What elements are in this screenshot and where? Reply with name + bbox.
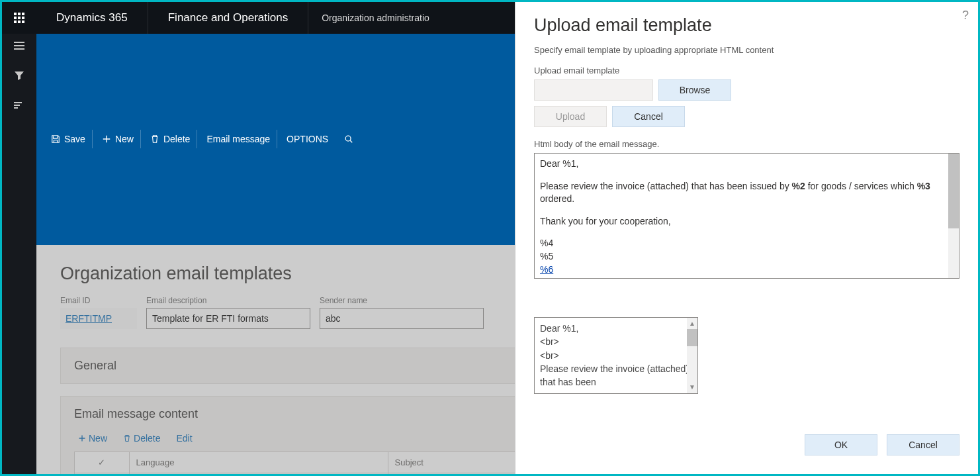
- app-launcher[interactable]: [2, 2, 36, 34]
- raw-line: Dear %1,: [540, 322, 692, 335]
- breadcrumb[interactable]: Organization administratio: [308, 2, 443, 34]
- delete-label: Delete: [163, 134, 190, 144]
- html-body-preview[interactable]: Dear %1, Please review the invoice (atta…: [534, 153, 959, 279]
- scrollbar-thumb[interactable]: [687, 329, 697, 346]
- browse-button[interactable]: Browse: [658, 79, 731, 101]
- svg-line-16: [350, 140, 352, 142]
- upload-label: Upload email template: [534, 66, 959, 75]
- delete-button[interactable]: Delete: [144, 130, 197, 148]
- raw-line: Please review the invoice (attached) tha…: [540, 362, 692, 389]
- svg-rect-12: [14, 102, 22, 103]
- scrollbar[interactable]: ▲ ▼: [687, 318, 697, 393]
- scroll-down-icon[interactable]: ▼: [689, 383, 695, 393]
- panel-title: Upload email template: [534, 15, 959, 36]
- body-line: %5: [540, 250, 954, 263]
- panel-subtitle: Specify email template by uploading appr…: [534, 45, 959, 55]
- svg-rect-1: [18, 13, 21, 15]
- body-line: Dear %1,: [540, 158, 954, 171]
- svg-rect-11: [14, 48, 24, 50]
- file-path-field[interactable]: [534, 79, 653, 101]
- raw-line: <br>: [540, 335, 692, 348]
- svg-rect-5: [22, 17, 24, 19]
- html-body-label: Html body of the email message.: [534, 139, 959, 149]
- ok-button[interactable]: OK: [805, 434, 877, 455]
- html-source-box[interactable]: Dear %1, <br> <br> Please review the inv…: [534, 317, 698, 394]
- search-button[interactable]: [337, 130, 360, 148]
- svg-rect-7: [18, 21, 21, 23]
- hamburger-icon[interactable]: [14, 40, 24, 53]
- options-label: OPTIONS: [287, 134, 328, 144]
- save-label: Save: [64, 134, 85, 144]
- app-label[interactable]: Finance and Operations: [148, 2, 308, 34]
- email-message-button[interactable]: Email message: [200, 130, 277, 148]
- svg-rect-10: [14, 45, 24, 46]
- scrollbar[interactable]: [948, 154, 959, 278]
- body-link[interactable]: %6: [540, 264, 553, 275]
- body-line: Thank you for your cooperation,: [540, 215, 954, 228]
- filter-icon[interactable]: [14, 70, 24, 83]
- list-icon[interactable]: [14, 100, 24, 113]
- new-label: New: [115, 134, 134, 144]
- svg-rect-8: [22, 21, 24, 23]
- svg-point-15: [345, 136, 351, 141]
- body-line: %4: [540, 237, 954, 250]
- brand-label[interactable]: Dynamics 365: [36, 11, 148, 24]
- email-message-label: Email message: [206, 134, 270, 144]
- new-button[interactable]: New: [95, 130, 141, 148]
- help-icon[interactable]: ?: [962, 9, 969, 23]
- svg-rect-9: [14, 42, 24, 43]
- upload-button[interactable]: Upload: [534, 106, 607, 127]
- raw-line: <br>: [540, 349, 692, 362]
- svg-rect-0: [14, 13, 17, 15]
- svg-rect-2: [22, 13, 24, 15]
- body-line: Please review the invoice (attached) tha…: [540, 180, 954, 206]
- svg-rect-3: [14, 17, 17, 19]
- options-button[interactable]: OPTIONS: [280, 130, 335, 148]
- svg-rect-13: [14, 105, 20, 106]
- svg-rect-14: [14, 107, 18, 109]
- scrollbar-thumb[interactable]: [948, 154, 959, 228]
- svg-rect-6: [14, 21, 17, 23]
- upload-panel: ? Upload email template Specify email te…: [515, 2, 978, 474]
- save-button[interactable]: Save: [44, 130, 93, 148]
- cancel-upload-button[interactable]: Cancel: [612, 106, 685, 127]
- cancel-button[interactable]: Cancel: [887, 434, 959, 455]
- scroll-up-icon[interactable]: ▲: [689, 319, 695, 329]
- left-nav: [2, 34, 36, 474]
- svg-rect-4: [18, 17, 21, 19]
